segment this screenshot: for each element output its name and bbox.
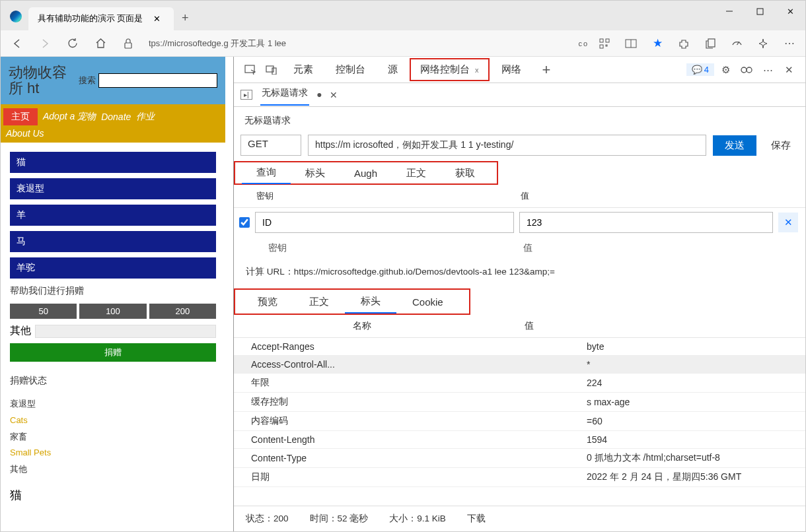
devtools-close-icon[interactable]: ✕ (779, 65, 799, 75)
donate-header: 帮助我们进行捐赠 (10, 285, 216, 297)
reader-icon[interactable] (620, 33, 641, 54)
status-code: 状态：200 (246, 513, 289, 525)
request-tab-name[interactable]: 无标题请求 (260, 84, 309, 106)
other-amount-input[interactable] (35, 325, 216, 338)
param-value-placeholder: 值 (523, 242, 532, 254)
tab-close-icon[interactable]: ✕ (149, 13, 165, 25)
amount-button[interactable]: 50 (10, 304, 77, 319)
computed-url: 计算 URL：https://microsoftedge.github.io/D… (234, 259, 805, 284)
qr-icon[interactable] (594, 33, 615, 54)
resptab-cookie[interactable]: Cookie (396, 292, 459, 312)
nav-home[interactable]: 主页 (3, 108, 38, 125)
http-header-row[interactable]: 缓存控制s max-age (234, 393, 805, 412)
maximize-button[interactable] (745, 1, 775, 22)
menu-icon[interactable]: ⋯ (779, 33, 800, 54)
svg-rect-11 (245, 65, 254, 73)
browser-tab[interactable]: 具有辅助功能的演示 页面是 ✕ (28, 7, 174, 30)
svg-rect-5 (600, 45, 603, 48)
tab-elements[interactable]: 元素 (283, 58, 324, 81)
subtab-body[interactable]: 正文 (392, 163, 441, 183)
devtools-tabs: 元素 控制台 源 网络控制台 x 网络 + 💬 4 ⚙ ⋯ ✕ (234, 57, 805, 83)
devtools-panel: 元素 控制台 源 网络控制台 x 网络 + 💬 4 ⚙ ⋯ ✕ ▸| 无标题请求… (233, 57, 805, 531)
category-button[interactable]: 马 (10, 231, 216, 252)
close-button[interactable]: ✕ (775, 1, 805, 22)
tab-network-console[interactable]: 网络控制台 x (410, 58, 490, 81)
resptab-headers[interactable]: 标头 (345, 290, 396, 314)
url-text[interactable]: tps://microsoftedge.g 开发工具 1 lee (145, 38, 573, 50)
download-link[interactable]: 下载 (467, 513, 486, 525)
activity-icon[interactable] (737, 65, 756, 75)
performance-icon[interactable] (726, 33, 747, 54)
resptab-body[interactable]: 正文 (293, 291, 345, 313)
subtab-query[interactable]: 查询 (242, 162, 291, 184)
tab-sources[interactable]: 源 (377, 58, 408, 81)
favorite-star-icon[interactable]: ★ (647, 33, 668, 54)
tab-network[interactable]: 网络 (491, 58, 532, 81)
http-header-row[interactable]: Access-Control-All...* (234, 356, 805, 374)
http-header-row[interactable]: 年限224 (234, 374, 805, 393)
svg-rect-13 (272, 68, 276, 75)
nav-adopt[interactable]: Adopt a 宠物 (43, 111, 96, 123)
sparkle-icon[interactable] (752, 33, 774, 54)
param-value-input[interactable] (519, 212, 773, 233)
http-header-row[interactable]: Content-Length1594 (234, 431, 805, 449)
send-button[interactable]: 发送 (713, 135, 756, 156)
http-method-select[interactable]: GET (240, 135, 301, 156)
settings-icon[interactable]: ⚙ (715, 65, 735, 75)
main-nav: 主页 Adopt a 宠物 Donate 作业 About Us (1, 104, 225, 143)
status-item: 衰退型 (10, 396, 216, 413)
back-button[interactable] (6, 33, 28, 54)
nav-donate[interactable]: Donate (101, 112, 131, 122)
panel-toggle-icon[interactable]: ▸| (240, 90, 252, 100)
nav-about[interactable]: About Us (6, 128, 44, 139)
search-label: 搜索 (79, 75, 96, 86)
status-header: 捐赠状态 (10, 375, 216, 387)
subtab-auth[interactable]: Augh (340, 164, 392, 183)
page-header: 动物收容所 ht 搜索 (1, 57, 225, 104)
more-icon[interactable]: ⋯ (758, 65, 778, 75)
save-button[interactable]: 保存 (763, 135, 799, 156)
request-tab-bar: ▸| 无标题请求 • ✕ (234, 83, 805, 107)
lock-icon[interactable] (117, 33, 139, 54)
nav-jobs[interactable]: 作业 (136, 111, 155, 123)
request-tab-close[interactable]: ✕ (330, 90, 338, 100)
extensions-icon[interactable] (673, 33, 694, 54)
param-row: ✕ (234, 208, 805, 237)
amount-button[interactable]: 100 (79, 304, 146, 319)
category-button[interactable]: 猫 (10, 152, 216, 173)
param-key-input[interactable] (255, 212, 514, 233)
http-header-row[interactable]: 日期2022 年 2 月 24 日，星期四5:36 GMT (234, 468, 805, 487)
search-input[interactable] (98, 73, 217, 88)
collections-icon[interactable] (700, 33, 721, 54)
svg-rect-3 (600, 39, 603, 42)
new-tab-button[interactable]: + (174, 6, 197, 30)
donate-button[interactable]: 捐赠 (10, 343, 216, 362)
category-button[interactable]: 羊 (10, 205, 216, 226)
tab-console[interactable]: 控制台 (325, 58, 376, 81)
subtab-headers[interactable]: 标头 (291, 163, 340, 183)
http-header-row[interactable]: Accept-Rangesbyte (234, 338, 805, 356)
device-icon[interactable] (262, 65, 281, 75)
address-bar: tps://microsoftedge.g 开发工具 1 lee co ★ ⋯ (1, 30, 805, 57)
param-placeholder-row[interactable]: 密钥 值 (234, 237, 805, 259)
subtab-fetch[interactable]: 获取 (441, 163, 490, 183)
param-enabled-checkbox[interactable] (239, 217, 250, 228)
add-tab-button[interactable]: + (533, 61, 560, 79)
resptab-preview[interactable]: 预览 (242, 291, 293, 313)
request-url-input[interactable] (308, 135, 706, 156)
messages-badge[interactable]: 💬 4 (686, 63, 714, 76)
http-header-row[interactable]: Content-Type0 抓地力文本 /html;charset=utf-8 (234, 449, 805, 468)
refresh-button[interactable] (61, 33, 84, 54)
inspect-icon[interactable] (240, 65, 260, 75)
param-delete-icon[interactable]: ✕ (778, 213, 798, 232)
category-button[interactable]: 衰退型 (10, 178, 216, 199)
minimize-button[interactable] (714, 1, 745, 22)
home-button[interactable] (89, 33, 112, 54)
svg-rect-1 (757, 9, 763, 15)
amount-button[interactable]: 200 (149, 304, 216, 319)
status-time: 时间：52 毫秒 (310, 513, 369, 525)
http-header-row[interactable]: 内容编码=60 (234, 412, 805, 431)
request-title: 无标题请求 (234, 107, 805, 135)
category-button[interactable]: 羊驼 (10, 257, 216, 279)
param-key-placeholder: 密钥 (268, 242, 523, 254)
